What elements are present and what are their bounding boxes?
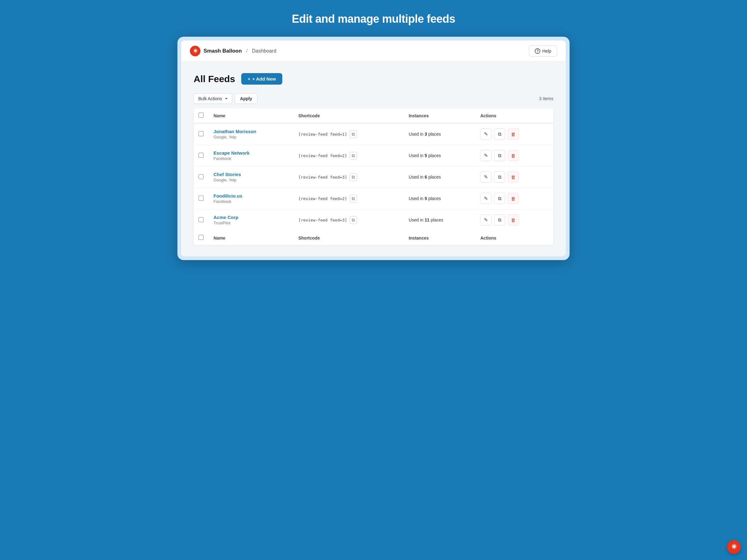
- plus-icon: +: [248, 76, 250, 81]
- bulk-actions-select[interactable]: Bulk Actions: [194, 93, 232, 104]
- header-bar: ✳ Smash Balloon / Dashboard ? Help: [181, 41, 566, 62]
- row-shortcode-cell: [review-feed feed=1] ⧉: [293, 123, 403, 145]
- shortcode-text-1: [review-feed feed=1]: [298, 132, 347, 137]
- row-checkbox-cell: [194, 209, 209, 231]
- instances-count-1: 3: [424, 132, 427, 137]
- add-new-button[interactable]: + + Add New: [241, 73, 282, 85]
- actions-cell-1: ✎ ⧉ 🗑: [480, 129, 548, 140]
- delete-button-3[interactable]: 🗑: [508, 171, 519, 183]
- actions-cell-4: ✎ ⧉ 🗑: [480, 193, 548, 204]
- row-checkbox-2[interactable]: [199, 153, 204, 158]
- feed-name-link-1[interactable]: Jonathan Morisson: [213, 129, 288, 134]
- shortcode-column-header: Shortcode: [293, 108, 403, 123]
- feed-source-3: Google, Yelp: [213, 178, 288, 182]
- toolbar-left: Bulk Actions Apply: [194, 93, 257, 104]
- row-checkbox-1[interactable]: [199, 131, 204, 136]
- feed-name-link-2[interactable]: Escape Network: [213, 150, 288, 156]
- row-actions-cell: ✎ ⧉ 🗑: [475, 188, 553, 209]
- delete-icon: 🗑: [511, 196, 516, 201]
- instances-count-5: 11: [424, 217, 430, 222]
- delete-button-4[interactable]: 🗑: [508, 193, 519, 204]
- duplicate-button-4[interactable]: ⧉: [494, 193, 505, 204]
- items-count: 3 Items: [539, 96, 553, 101]
- row-name-cell: Jonathan Morisson Google, Yelp: [209, 123, 293, 145]
- smash-balloon-logo-icon: ✳: [190, 46, 201, 56]
- browser-inner: ✳ Smash Balloon / Dashboard ? Help All F…: [181, 41, 566, 256]
- name-column-header: Name: [209, 108, 293, 123]
- duplicate-button-2[interactable]: ⧉: [494, 150, 505, 161]
- delete-icon: 🗑: [511, 217, 516, 223]
- duplicate-button-3[interactable]: ⧉: [494, 171, 505, 183]
- select-all-checkbox-footer[interactable]: [199, 235, 204, 240]
- copy-shortcode-button-1[interactable]: ⧉: [350, 130, 357, 138]
- row-checkbox-cell: [194, 123, 209, 145]
- copy-shortcode-button-4[interactable]: ⧉: [350, 195, 357, 203]
- actions-cell-2: ✎ ⧉ 🗑: [480, 150, 548, 161]
- row-shortcode-cell: [review-feed feed=2] ⧉: [293, 145, 403, 166]
- duplicate-button-5[interactable]: ⧉: [494, 214, 505, 225]
- apply-button[interactable]: Apply: [235, 93, 257, 104]
- shortcode-area-5: [review-feed feed=3] ⧉: [298, 216, 398, 224]
- row-checkbox-4[interactable]: [199, 196, 204, 201]
- duplicate-icon: ⧉: [498, 217, 501, 223]
- row-checkbox-cell: [194, 166, 209, 188]
- row-instances-cell: Used in 6 places: [404, 166, 475, 188]
- row-actions-cell: ✎ ⧉ 🗑: [475, 166, 553, 188]
- feed-source-2: Facebook: [213, 156, 288, 161]
- edit-button-2[interactable]: ✎: [480, 150, 491, 161]
- edit-button-3[interactable]: ✎: [480, 171, 491, 183]
- select-all-footer: [194, 231, 209, 245]
- copy-shortcode-button-5[interactable]: ⧉: [350, 216, 357, 224]
- toolbar: Bulk Actions Apply 3 Items: [194, 93, 553, 108]
- instances-text-4: Used in 5 places: [409, 196, 441, 201]
- row-instances-cell: Used in 5 places: [404, 188, 475, 209]
- feed-name-link-4[interactable]: Foodilicio.us: [213, 193, 288, 198]
- row-instances-cell: Used in 3 places: [404, 123, 475, 145]
- copy-icon: ⧉: [352, 132, 355, 137]
- shortcode-area-2: [review-feed feed=2] ⧉: [298, 152, 398, 160]
- row-checkbox-3[interactable]: [199, 174, 204, 179]
- row-actions-cell: ✎ ⧉ 🗑: [475, 145, 553, 166]
- help-button[interactable]: ? Help: [529, 46, 557, 57]
- instances-count-4: 5: [424, 196, 427, 201]
- feed-name-link-3[interactable]: Chef Stories: [213, 172, 288, 177]
- duplicate-icon: ⧉: [498, 196, 501, 201]
- edit-button-4[interactable]: ✎: [480, 193, 491, 204]
- breadcrumb-separator: /: [246, 48, 248, 54]
- duplicate-icon: ⧉: [498, 131, 501, 137]
- feed-source-5: TrustPilot: [213, 220, 288, 225]
- instances-text-1: Used in 3 places: [409, 132, 441, 137]
- instances-column-header: Instances: [404, 108, 475, 123]
- edit-icon: ✎: [484, 196, 488, 201]
- row-name-cell: Escape Network Facebook: [209, 145, 293, 166]
- logo-text: Smash Balloon: [204, 48, 242, 54]
- shortcode-text-4: [review-feed feed=2]: [298, 196, 347, 201]
- page-title: Edit and manage multiple feeds: [292, 12, 455, 26]
- edit-button-1[interactable]: ✎: [480, 129, 491, 140]
- row-checkbox-5[interactable]: [199, 217, 204, 222]
- actions-column-header: Actions: [475, 108, 553, 123]
- copy-icon: ⧉: [352, 196, 355, 201]
- instances-text-3: Used in 6 places: [409, 175, 441, 180]
- select-all-header: [194, 108, 209, 123]
- copy-shortcode-button-3[interactable]: ⧉: [350, 173, 357, 181]
- edit-button-5[interactable]: ✎: [480, 214, 491, 225]
- copy-icon: ⧉: [352, 153, 355, 158]
- delete-button-5[interactable]: 🗑: [508, 214, 519, 225]
- help-icon: ?: [535, 48, 540, 54]
- select-all-checkbox[interactable]: [199, 113, 204, 117]
- copy-icon: ⧉: [352, 217, 355, 223]
- main-content: All Feeds + + Add New Bulk Actions Apply: [181, 62, 566, 256]
- delete-button-2[interactable]: 🗑: [508, 150, 519, 161]
- row-checkbox-cell: [194, 188, 209, 209]
- delete-button-1[interactable]: 🗑: [508, 129, 519, 140]
- duplicate-button-1[interactable]: ⧉: [494, 129, 505, 140]
- chevron-down-icon: [225, 98, 228, 100]
- copy-shortcode-button-2[interactable]: ⧉: [350, 152, 357, 160]
- logo-area: ✳ Smash Balloon / Dashboard: [190, 46, 276, 56]
- edit-icon: ✎: [484, 153, 488, 158]
- table-row: Escape Network Facebook [review-feed fee…: [194, 145, 553, 166]
- edit-icon: ✎: [484, 131, 488, 137]
- instances-footer-header: Instances: [404, 231, 475, 245]
- feed-name-link-5[interactable]: Acme Corp: [213, 215, 288, 220]
